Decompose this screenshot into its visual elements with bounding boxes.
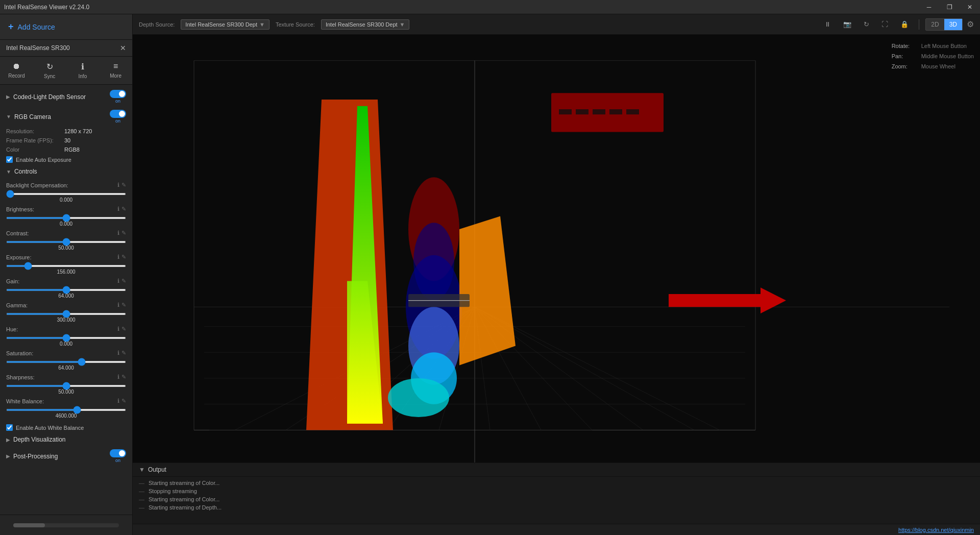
exposure-name: Exposure:	[6, 254, 32, 260]
contrast-slider[interactable]	[6, 241, 126, 243]
backlight-slider[interactable]	[6, 193, 126, 195]
coded-light-section-header[interactable]: ▶ Coded-Light Depth Sensor on	[0, 87, 132, 107]
white-balance-edit-icon[interactable]: ✎	[121, 398, 126, 404]
svg-marker-31	[459, 216, 516, 366]
info-icon: ℹ	[81, 62, 84, 71]
auto-white-balance-checkbox[interactable]	[6, 424, 13, 431]
auto-exposure-checkbox[interactable]	[6, 156, 13, 163]
texture-source-select[interactable]: Intel RealSense SR300 Dept ▼	[321, 19, 410, 30]
gamma-name: Gamma:	[6, 302, 28, 308]
toolbar-info[interactable]: ℹ Info	[66, 59, 100, 82]
saturation-name: Saturation:	[6, 350, 33, 356]
gain-slider[interactable]	[6, 289, 126, 291]
brightness-slider[interactable]	[6, 217, 126, 219]
gamma-info-icon[interactable]: ℹ	[117, 302, 119, 308]
saturation-edit-icon[interactable]: ✎	[121, 350, 126, 356]
saturation-slider[interactable]	[6, 361, 126, 363]
fps-value: 30	[64, 137, 70, 143]
hue-edit-icon[interactable]: ✎	[121, 326, 126, 332]
rgb-camera-toggle-label: on	[115, 118, 120, 124]
gain-edit-icon[interactable]: ✎	[121, 278, 126, 284]
depth-source-arrow: ▼	[259, 21, 265, 28]
output-line-2: — Starting streaming of Color...	[139, 495, 974, 503]
sharpness-slider[interactable]	[6, 385, 126, 387]
rgb-camera-arrow: ▼	[6, 114, 11, 119]
gamma-slider[interactable]	[6, 313, 126, 315]
more-label: More	[110, 73, 121, 79]
restore-button[interactable]: ❐	[939, 0, 960, 14]
brightness-info-icon[interactable]: ℹ	[117, 206, 119, 212]
white-balance-slider[interactable]	[6, 409, 126, 411]
view-3d-button[interactable]: 3D	[944, 19, 962, 30]
toolbar-sync[interactable]: ↻ Sync	[33, 59, 66, 82]
toolbar-more[interactable]: ≡ More	[99, 59, 132, 82]
pause-button[interactable]: ⏸	[820, 18, 835, 30]
add-source-button[interactable]: + Add Source	[0, 14, 132, 40]
auto-white-balance-row[interactable]: Enable Auto White Balance	[0, 422, 132, 433]
lock-button[interactable]: 🔒	[896, 18, 913, 30]
fullscreen-button[interactable]: ⛶	[877, 18, 892, 30]
auto-exposure-row[interactable]: Enable Auto Exposure	[0, 154, 132, 165]
refresh-button[interactable]: ↻	[860, 18, 873, 30]
gamma-control: Gamma: ℹ ✎ 300.000	[0, 300, 132, 324]
sidebar: + Add Source Intel RealSense SR300 ✕ ⏺ R…	[0, 14, 133, 535]
exposure-slider[interactable]	[6, 265, 126, 267]
color-label: Color	[6, 147, 62, 153]
hue-info-icon[interactable]: ℹ	[117, 326, 119, 332]
exposure-info-icon[interactable]: ℹ	[117, 254, 119, 260]
close-button[interactable]: ✕	[960, 0, 980, 14]
contrast-name: Contrast:	[6, 230, 29, 236]
output-line-1: — Stopping streaming	[139, 487, 974, 495]
contrast-edit-icon[interactable]: ✎	[121, 230, 126, 236]
exposure-edit-icon[interactable]: ✎	[121, 254, 126, 260]
hue-name: Hue:	[6, 326, 18, 332]
top-bar: Depth Source: Intel RealSense SR300 Dept…	[133, 14, 980, 35]
rgb-camera-toggle[interactable]	[110, 110, 126, 118]
color-value: RGB8	[64, 147, 80, 153]
depth-source-select[interactable]: Intel RealSense SR300 Dept ▼	[181, 19, 270, 30]
brightness-edit-icon[interactable]: ✎	[121, 206, 126, 212]
pan-hint-val: Middle Mouse Button	[921, 51, 974, 61]
coded-light-toggle[interactable]	[110, 90, 126, 98]
saturation-info-icon[interactable]: ℹ	[117, 350, 119, 356]
auto-white-balance-label: Enable Auto White Balance	[16, 425, 84, 431]
white-balance-info-icon[interactable]: ℹ	[117, 398, 119, 404]
rgb-camera-section-header[interactable]: ▼ RGB Camera on	[0, 107, 132, 127]
content-area: Depth Source: Intel RealSense SR300 Dept…	[133, 14, 980, 535]
post-processing-toggle[interactable]	[110, 449, 126, 457]
depth-source-value: Intel RealSense SR300 Dept	[185, 21, 257, 28]
minimize-button[interactable]: ─	[919, 0, 939, 14]
hue-slider[interactable]	[6, 337, 126, 339]
post-processing-header[interactable]: ▶ Post-Processing on	[0, 446, 132, 466]
backlight-info-icon[interactable]: ℹ	[117, 182, 119, 188]
gain-name: Gain:	[6, 278, 19, 284]
toolbar-record[interactable]: ⏺ Record	[0, 59, 33, 82]
output-text-0: Starting streaming of Color...	[149, 480, 219, 486]
svg-rect-34	[576, 109, 589, 114]
viewport-3d[interactable]: Rotate: Left Mouse Button Pan: Middle Mo…	[133, 35, 980, 463]
zoom-hint-key: Zoom:	[892, 61, 917, 71]
output-title: Output	[148, 466, 166, 473]
view-2d-button[interactable]: 2D	[926, 19, 944, 30]
viewport-settings-button[interactable]: ⚙	[967, 19, 974, 29]
sidebar-close-button[interactable]: ✕	[120, 44, 126, 52]
gamma-edit-icon[interactable]: ✎	[121, 302, 126, 308]
contrast-info-icon[interactable]: ℹ	[117, 230, 119, 236]
depth-viz-label: Depth Visualization	[13, 436, 66, 443]
snapshot-button[interactable]: 📷	[839, 18, 855, 30]
sidebar-scrollbar[interactable]	[13, 523, 119, 527]
depth-visualization-header[interactable]: ▶ Depth Visualization	[0, 433, 132, 446]
sync-label: Sync	[44, 74, 55, 79]
status-link[interactable]: https://blog.csdn.net/qiuxinmin	[898, 527, 974, 533]
sharpness-name: Sharpness:	[6, 374, 35, 380]
output-header[interactable]: ▼ Output	[133, 463, 980, 477]
resolution-label: Resolution:	[6, 128, 62, 134]
white-balance-control: White Balance: ℹ ✎ 4600.000	[0, 396, 132, 420]
hue-control: Hue: ℹ ✎ 0.000	[0, 324, 132, 348]
grid-svg	[133, 35, 980, 463]
controls-section-header[interactable]: ▼ Controls	[0, 165, 132, 178]
sharpness-info-icon[interactable]: ℹ	[117, 374, 119, 380]
gain-info-icon[interactable]: ℹ	[117, 278, 119, 284]
sharpness-edit-icon[interactable]: ✎	[121, 374, 126, 380]
backlight-edit-icon[interactable]: ✎	[121, 182, 126, 188]
